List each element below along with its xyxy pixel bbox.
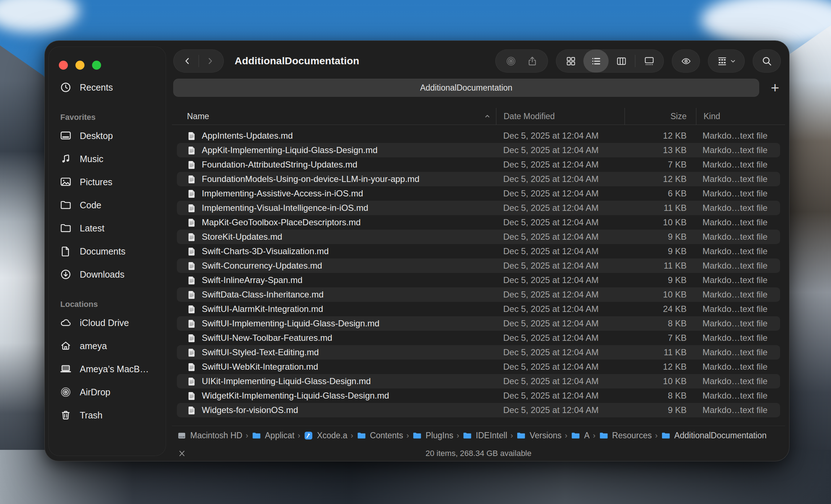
download-icon	[60, 268, 72, 281]
file-row[interactable]: Swift-InlineArray-Span.md Dec 5, 2025 at…	[177, 273, 780, 287]
file-row[interactable]: AppKit-Implementing-Liquid-Glass-Design.…	[177, 143, 780, 157]
file-size: 11 KB	[625, 203, 696, 213]
file-size: 12 KB	[625, 362, 696, 372]
close-button[interactable]	[59, 61, 68, 70]
path-segment-plugins[interactable]: PlugIns	[412, 431, 453, 440]
sidebar-item-latest[interactable]: Latest	[60, 217, 160, 240]
path-segment-contents[interactable]: Contents	[357, 431, 403, 440]
file-name: StoreKit-Updates.md	[202, 232, 282, 242]
file-date-modified: Dec 5, 2025 at 12:04 AM	[496, 333, 625, 343]
path-segment-applicat[interactable]: Applicat	[252, 431, 295, 440]
file-row[interactable]: StoreKit-Updates.md Dec 5, 2025 at 12:04…	[177, 230, 780, 244]
file-size: 12 KB	[625, 174, 696, 184]
chevron-right-icon	[205, 56, 215, 66]
file-kind: Markdo…text file	[696, 174, 780, 184]
group-by-icon	[717, 56, 728, 67]
group-by-button[interactable]	[708, 49, 745, 73]
view-list-button[interactable]	[583, 49, 609, 73]
file-row[interactable]: SwiftUI-WebKit-Integration.md Dec 5, 202…	[177, 360, 780, 374]
sidebar-item-recents[interactable]: Recents	[60, 76, 160, 99]
file-name: Swift-InlineArray-Span.md	[202, 275, 303, 285]
path-segment-macintosh-hd[interactable]: Macintosh HD	[177, 431, 242, 440]
path-separator: ›	[245, 431, 248, 440]
path-segment-resources[interactable]: Resources	[599, 431, 652, 440]
file-size: 8 KB	[625, 391, 696, 401]
view-columns-button[interactable]	[609, 49, 634, 73]
markdown-file-icon	[187, 319, 197, 329]
file-row[interactable]: Swift-Concurrency-Updates.md Dec 5, 2025…	[177, 258, 780, 273]
file-name: Foundation-AttributedString-Updates.md	[202, 160, 357, 170]
markdown-file-icon	[187, 275, 197, 285]
sidebar-item-downloads[interactable]: Downloads	[60, 263, 160, 286]
share-button[interactable]	[527, 56, 538, 67]
back-button[interactable]	[176, 49, 199, 73]
markdown-file-icon	[187, 189, 197, 199]
path-segment-versions[interactable]: Versions	[516, 431, 561, 440]
path-segment-ideintell[interactable]: IDEIntell	[462, 431, 507, 440]
file-row[interactable]: FoundationModels-Using-on-device-LLM-in-…	[177, 172, 780, 186]
column-header-name[interactable]: Name	[177, 108, 496, 125]
file-kind: Markdo…text file	[696, 347, 780, 357]
minimize-button[interactable]	[75, 61, 84, 70]
forward-button[interactable]	[199, 49, 221, 73]
file-row[interactable]: Implementing-Assistive-Access-in-iOS.md …	[177, 186, 780, 201]
sidebar-item-desktop[interactable]: Desktop	[60, 124, 160, 147]
toolbar-buttons	[495, 49, 781, 73]
file-date-modified: Dec 5, 2025 at 12:04 AM	[496, 405, 625, 415]
sidebar-item-ameya-s-macb[interactable]: Ameya’s MacB…	[60, 357, 160, 381]
column-header-date-modified[interactable]: Date Modified	[496, 108, 625, 125]
file-row[interactable]: SwiftData-Class-Inheritance.md Dec 5, 20…	[177, 287, 780, 302]
divider	[635, 55, 635, 67]
search-button[interactable]	[753, 49, 781, 73]
file-row[interactable]: WidgetKit-Implementing-Liquid-Glass-Desi…	[177, 388, 780, 403]
sidebar-item-ameya[interactable]: ameya	[60, 334, 160, 357]
file-kind: Markdo…text file	[696, 160, 780, 170]
path-separator: ›	[298, 431, 300, 440]
view-gallery-button[interactable]	[636, 49, 662, 73]
tab-additional-documentation[interactable]: AdditionalDocumentation	[173, 79, 759, 97]
sidebar-item-pictures[interactable]: Pictures	[60, 170, 160, 194]
markdown-file-icon	[187, 333, 197, 343]
desktop-icon	[60, 130, 72, 142]
file-row[interactable]: Implementing-Visual-Intelligence-in-iOS.…	[177, 201, 780, 215]
sidebar-item-icloud-drive[interactable]: iCloud Drive	[60, 311, 160, 334]
file-date-modified: Dec 5, 2025 at 12:04 AM	[496, 131, 625, 141]
column-header-size[interactable]: Size	[625, 108, 696, 125]
file-row[interactable]: UIKit-Implementing-Liquid-Glass-Design.m…	[177, 374, 780, 388]
file-row[interactable]: MapKit-GeoToolbox-PlaceDescriptors.md De…	[177, 215, 780, 230]
sidebar-item-airdrop[interactable]: AirDrop	[60, 381, 160, 404]
file-row[interactable]: Swift-Charts-3D-Visualization.md Dec 5, …	[177, 244, 780, 258]
clock-icon	[60, 81, 72, 94]
file-name: SwiftUI-WebKit-Integration.md	[202, 362, 318, 372]
file-row[interactable]: AppIntents-Updates.md Dec 5, 2025 at 12:…	[177, 129, 780, 143]
sidebar-item-documents[interactable]: Documents	[60, 240, 160, 263]
view-icons-button[interactable]	[558, 49, 583, 73]
airdrop-button[interactable]	[505, 56, 517, 67]
new-tab-button[interactable]: +	[765, 79, 785, 97]
file-kind: Markdo…text file	[696, 131, 780, 141]
file-date-modified: Dec 5, 2025 at 12:04 AM	[496, 304, 625, 314]
file-row[interactable]: SwiftUI-New-Toolbar-Features.md Dec 5, 2…	[177, 331, 780, 345]
file-size: 11 KB	[625, 347, 696, 357]
column-header-kind[interactable]: Kind	[696, 108, 780, 125]
path-segment-additionaldocumentation[interactable]: AdditionalDocumentation	[661, 431, 767, 440]
file-name: FoundationModels-Using-on-device-LLM-in-…	[202, 174, 419, 184]
quick-look-button[interactable]	[672, 49, 700, 73]
file-name: MapKit-GeoToolbox-PlaceDescriptors.md	[202, 217, 361, 227]
file-row[interactable]: Widgets-for-visionOS.md Dec 5, 2025 at 1…	[177, 403, 780, 417]
file-row[interactable]: SwiftUI-AlarmKit-Integration.md Dec 5, 2…	[177, 302, 780, 316]
path-segment-xcode-a[interactable]: Xcode.a	[304, 431, 347, 440]
sidebar-item-trash[interactable]: Trash	[60, 404, 160, 427]
sidebar-item-code[interactable]: Code	[60, 194, 160, 217]
file-row[interactable]: SwiftUI-Styled-Text-Editing.md Dec 5, 20…	[177, 345, 780, 360]
file-row[interactable]: Foundation-AttributedString-Updates.md D…	[177, 157, 780, 172]
path-segment-a[interactable]: A	[571, 431, 589, 440]
file-row[interactable]: SwiftUI-Implementing-Liquid-Glass-Design…	[177, 316, 780, 331]
path-separator: ›	[510, 431, 513, 440]
file-size: 24 KB	[625, 304, 696, 314]
file-size: 12 KB	[625, 131, 696, 141]
sidebar-item-music[interactable]: Music	[60, 147, 160, 170]
markdown-file-icon	[187, 261, 197, 271]
zoom-button[interactable]	[92, 61, 101, 70]
file-name: UIKit-Implementing-Liquid-Glass-Design.m…	[202, 376, 371, 386]
